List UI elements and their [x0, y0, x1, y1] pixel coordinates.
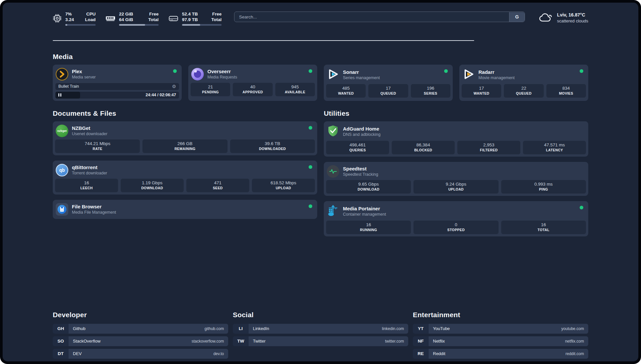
stat-tile: 266 GBREMAINING: [142, 139, 227, 153]
stat-tile: 16TOTAL: [501, 221, 586, 234]
bookmark-url: github.com: [204, 326, 224, 331]
stat-label: APPROVED: [233, 90, 272, 94]
section-title-documents: Documents & Files: [53, 109, 317, 117]
stat-tile: 9.65 GbpsDOWNLOAD: [326, 180, 411, 194]
stat-label: UPLOAD: [414, 187, 498, 192]
cpu-progress-bar: [65, 24, 96, 26]
status-dot: [309, 204, 312, 208]
bookmark-url: dev.to: [213, 351, 224, 356]
memory-widget: 22 GiB 64 GiB Free Total: [106, 11, 159, 26]
nzbget-icon-text: nzbget: [57, 129, 67, 133]
bookmark-linkedin[interactable]: LI LinkedInlinkedin.com: [233, 324, 408, 334]
bookmark-github[interactable]: GH Githubgithub.com: [53, 324, 228, 334]
status-dot: [173, 69, 177, 73]
service-name: Radarr: [478, 69, 515, 75]
service-name: Media Portainer: [343, 206, 386, 212]
section-entertainment: Entertainment YT YouTubeyoutube.com NF N…: [413, 311, 588, 361]
section-developer: Developer GH Githubgithub.com SO StackOv…: [53, 311, 228, 361]
cpu-progress-fill: [65, 24, 67, 26]
bookmark-dev[interactable]: DT DEVdev.to: [53, 349, 228, 359]
bookmark-netflix[interactable]: NF Netflixnetflix.com: [413, 336, 588, 346]
disk-progress-bar: [182, 24, 222, 26]
stat-value: 0.993 ms: [502, 181, 585, 187]
adguard-icon: [327, 125, 339, 138]
stat-tile: 834MOVIES: [546, 84, 586, 98]
qbittorrent-icon-text: qb: [59, 167, 65, 173]
bookmark-abbr: SO: [53, 336, 69, 346]
service-name: Plex: [72, 69, 96, 75]
service-card-overseerr[interactable]: Overseerr Media Requests 21PENDING 40APP…: [188, 65, 317, 101]
service-card-nzbget[interactable]: nzbget NZBGet Usenet downloader 744.21 M…: [53, 121, 317, 155]
bookmark-stackoverflow[interactable]: SO StackOverflowstackoverflow.com: [53, 336, 228, 346]
stat-tile: 17QUEUED: [368, 84, 408, 98]
weather-widget: Lviv, 16.87°C scattered clouds: [538, 12, 588, 24]
stat-label: WANTED: [462, 91, 501, 96]
stat-tile: 21PENDING: [191, 83, 230, 96]
stat-tile: 16RUNNING: [326, 221, 411, 234]
stat-value: 9.24 Gbps: [414, 181, 498, 187]
playback-progress: 24:44 / 02:06:47: [55, 92, 179, 99]
status-dot: [580, 206, 583, 209]
cpu-load-label: Load: [85, 17, 96, 22]
service-subtitle: Movie management: [478, 76, 515, 80]
service-card-sonarr[interactable]: Sonarr Series management 485WANTED 17QUE…: [324, 65, 453, 101]
service-subtitle: DNS and adblocking: [343, 132, 381, 137]
header: 7% 3.24 CPU Load: [53, 11, 588, 26]
stat-tile: 16LEECH: [55, 179, 118, 192]
service-subtitle: Usenet downloader: [72, 132, 107, 136]
memory-icon: [106, 15, 115, 22]
service-subtitle: Torrent downloader: [72, 171, 107, 176]
stat-label: QUEUED: [504, 91, 543, 96]
section-title-media: Media: [53, 53, 588, 61]
service-subtitle: Speedtest Tracking: [343, 172, 378, 177]
stat-value: 40: [233, 84, 272, 90]
bookmark-reddit[interactable]: RE Redditreddit.com: [413, 349, 588, 359]
stat-tile: 0.993 msPING: [501, 180, 586, 194]
stat-value: 2,953: [458, 142, 520, 148]
stat-tile: 22QUEUED: [504, 84, 543, 98]
bookmark-name: YouTube: [433, 326, 450, 331]
stat-label: UPLOAD: [253, 186, 314, 190]
stat-value: 744.21 Mbps: [56, 141, 139, 146]
bookmark-url: netflix.com: [565, 339, 584, 344]
stat-value: 485: [327, 85, 365, 91]
stat-value: 16: [327, 222, 410, 228]
header-divider: [53, 40, 474, 41]
bookmark-youtube[interactable]: YT YouTubeyoutube.com: [413, 324, 588, 334]
bookmark-url: reddit.com: [565, 351, 584, 356]
search-input[interactable]: [234, 12, 525, 22]
service-card-radarr[interactable]: Radarr Movie management 17WANTED 22QUEUE…: [459, 65, 588, 101]
service-card-plex[interactable]: Plex Media server Bullet Train ⚙ 24:44 /…: [53, 65, 182, 101]
bookmark-url: twitter.com: [385, 339, 404, 344]
radarr-icon: [462, 68, 475, 82]
cpu-usage: 7%: [65, 11, 74, 17]
service-card-speedtest[interactable]: Speedtest Speedtest Tracking 9.65 GbpsDO…: [324, 162, 588, 196]
bookmark-twitter[interactable]: TW Twittertwitter.com: [233, 336, 408, 346]
stat-label: PING: [502, 187, 585, 192]
stat-label: LATENCY: [524, 148, 585, 152]
settings-gear-icon[interactable]: ⚙: [172, 84, 176, 89]
search-provider-button[interactable]: G: [509, 12, 525, 22]
bookmark-abbr: GH: [53, 324, 69, 334]
memory-progress-fill: [119, 24, 145, 26]
cloud-icon: [538, 12, 553, 24]
service-card-adguard[interactable]: AdGuard Home DNS and adblocking 498,461Q…: [324, 121, 588, 157]
stat-tile: 485WANTED: [326, 84, 366, 98]
disk-total-label: Total: [211, 17, 222, 22]
service-card-filebrowser[interactable]: File Browser Media File Management: [53, 200, 317, 219]
section-documents: Documents & Files nzbget NZBGet Usenet d…: [53, 109, 317, 219]
stat-value: 47.571 ms: [524, 142, 585, 148]
section-title-utilities: Utilities: [324, 109, 588, 117]
bookmark-abbr: NF: [413, 336, 429, 346]
status-dot: [309, 126, 312, 130]
service-card-qbittorrent[interactable]: qb qBittorrent Torrent downloader 16LEEC…: [53, 161, 317, 195]
stat-label: TOTAL: [502, 228, 585, 232]
section-media: Media Plex Media server Bullet Train: [53, 53, 588, 101]
service-card-portainer[interactable]: Media Portainer Container management 16R…: [324, 201, 588, 236]
now-playing-row: Bullet Train ⚙: [55, 83, 179, 90]
service-name: File Browser: [72, 204, 116, 210]
stat-value: 266 GB: [143, 141, 227, 146]
stat-tile: 47.571 msLATENCY: [523, 141, 586, 154]
overseerr-icon: [191, 68, 204, 80]
stat-label: DOWNLOAD: [327, 187, 410, 192]
